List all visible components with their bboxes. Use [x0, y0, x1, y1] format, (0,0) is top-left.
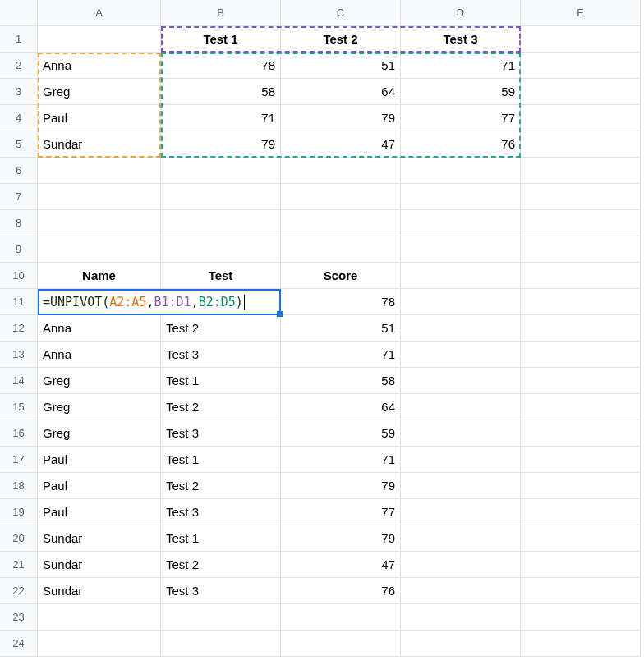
cell-E11[interactable] — [521, 289, 641, 315]
row-header-15[interactable]: 15 — [0, 394, 38, 420]
cell-B6[interactable] — [161, 158, 281, 184]
cell-D7[interactable] — [401, 184, 521, 210]
row-header-1[interactable]: 1 — [0, 26, 38, 53]
cell-A6[interactable] — [38, 158, 161, 184]
col-header-D[interactable]: D — [401, 0, 521, 26]
cell-C21[interactable]: 47 — [281, 552, 401, 578]
cell-E3[interactable] — [521, 79, 641, 105]
cell-B4[interactable]: 71 — [161, 105, 281, 131]
row-header-13[interactable]: 13 — [0, 342, 38, 368]
cell-D20[interactable] — [401, 525, 521, 552]
cell-C18[interactable]: 79 — [281, 473, 401, 499]
cell-D16[interactable] — [401, 420, 521, 447]
cell-B15[interactable]: Test 2 — [161, 394, 281, 420]
cell-A4[interactable]: Paul — [38, 105, 161, 131]
cell-E20[interactable] — [521, 525, 641, 552]
cell-C24[interactable] — [281, 631, 401, 657]
cell-C17[interactable]: 71 — [281, 447, 401, 473]
cell-A18[interactable]: Paul — [38, 473, 161, 499]
cell-C3[interactable]: 64 — [281, 79, 401, 105]
cell-E2[interactable] — [521, 53, 641, 79]
cell-D19[interactable] — [401, 499, 521, 525]
cell-B3[interactable]: 58 — [161, 79, 281, 105]
corner-cell[interactable] — [0, 0, 38, 26]
row-header-3[interactable]: 3 — [0, 79, 38, 105]
cell-E13[interactable] — [521, 342, 641, 368]
cell-D18[interactable] — [401, 473, 521, 499]
cell-C13[interactable]: 71 — [281, 342, 401, 368]
cell-B23[interactable] — [161, 604, 281, 631]
cell-E21[interactable] — [521, 552, 641, 578]
cell-C15[interactable]: 64 — [281, 394, 401, 420]
cell-B17[interactable]: Test 1 — [161, 447, 281, 473]
row-header-23[interactable]: 23 — [0, 604, 38, 631]
row-header-17[interactable]: 17 — [0, 447, 38, 473]
cell-A9[interactable] — [38, 236, 161, 263]
cell-D21[interactable] — [401, 552, 521, 578]
row-header-22[interactable]: 22 — [0, 578, 38, 604]
col-header-E[interactable]: E — [521, 0, 641, 26]
row-header-8[interactable]: 8 — [0, 210, 38, 236]
cell-E22[interactable] — [521, 578, 641, 604]
cell-A21[interactable]: Sundar — [38, 552, 161, 578]
cell-B10[interactable]: Test — [161, 263, 281, 289]
cell-C8[interactable] — [281, 210, 401, 236]
cell-B2[interactable]: 78 — [161, 53, 281, 79]
cell-B20[interactable]: Test 1 — [161, 525, 281, 552]
cell-C20[interactable]: 79 — [281, 525, 401, 552]
formula-editor[interactable]: =UNPIVOT(A2:A5,B1:D1,B2:D5) — [38, 289, 281, 315]
cell-C4[interactable]: 79 — [281, 105, 401, 131]
cell-A3[interactable]: Greg — [38, 79, 161, 105]
cell-A13[interactable]: Anna — [38, 342, 161, 368]
cell-C5[interactable]: 47 — [281, 131, 401, 158]
cell-D10[interactable] — [401, 263, 521, 289]
cell-D15[interactable] — [401, 394, 521, 420]
cell-C12[interactable]: 51 — [281, 315, 401, 342]
col-header-B[interactable]: B — [161, 0, 281, 26]
cell-D17[interactable] — [401, 447, 521, 473]
cell-E14[interactable] — [521, 368, 641, 394]
cell-A19[interactable]: Paul — [38, 499, 161, 525]
cell-C1[interactable]: Test 2 — [281, 26, 401, 53]
cell-A15[interactable]: Greg — [38, 394, 161, 420]
row-header-11[interactable]: 11 — [0, 289, 38, 315]
cell-E17[interactable] — [521, 447, 641, 473]
cell-E12[interactable] — [521, 315, 641, 342]
row-header-12[interactable]: 12 — [0, 315, 38, 342]
cell-C19[interactable]: 77 — [281, 499, 401, 525]
row-header-21[interactable]: 21 — [0, 552, 38, 578]
cell-E16[interactable] — [521, 420, 641, 447]
cell-A12[interactable]: Anna — [38, 315, 161, 342]
cell-C10[interactable]: Score — [281, 263, 401, 289]
cell-B16[interactable]: Test 3 — [161, 420, 281, 447]
cell-B14[interactable]: Test 1 — [161, 368, 281, 394]
row-header-18[interactable]: 18 — [0, 473, 38, 499]
cell-D4[interactable]: 77 — [401, 105, 521, 131]
cell-C16[interactable]: 59 — [281, 420, 401, 447]
cell-C6[interactable] — [281, 158, 401, 184]
cell-A23[interactable] — [38, 604, 161, 631]
cell-B12[interactable]: Test 2 — [161, 315, 281, 342]
row-header-5[interactable]: 5 — [0, 131, 38, 158]
cell-E5[interactable] — [521, 131, 641, 158]
cell-A16[interactable]: Greg — [38, 420, 161, 447]
row-header-10[interactable]: 10 — [0, 263, 38, 289]
cell-B13[interactable]: Test 3 — [161, 342, 281, 368]
cell-C11[interactable]: 78 — [281, 289, 401, 315]
cell-D1[interactable]: Test 3 — [401, 26, 521, 53]
col-header-A[interactable]: A — [38, 0, 161, 26]
cell-D11[interactable] — [401, 289, 521, 315]
cell-D5[interactable]: 76 — [401, 131, 521, 158]
row-header-16[interactable]: 16 — [0, 420, 38, 447]
cell-C14[interactable]: 58 — [281, 368, 401, 394]
cell-C22[interactable]: 76 — [281, 578, 401, 604]
cell-E15[interactable] — [521, 394, 641, 420]
cell-B24[interactable] — [161, 631, 281, 657]
row-header-24[interactable]: 24 — [0, 631, 38, 657]
row-header-4[interactable]: 4 — [0, 105, 38, 131]
cell-C2[interactable]: 51 — [281, 53, 401, 79]
spreadsheet-grid[interactable]: A B C D E 1 Test 1 Test 2 Test 3 2 Anna … — [0, 0, 644, 657]
cell-B7[interactable] — [161, 184, 281, 210]
cell-A5[interactable]: Sundar — [38, 131, 161, 158]
cell-D3[interactable]: 59 — [401, 79, 521, 105]
